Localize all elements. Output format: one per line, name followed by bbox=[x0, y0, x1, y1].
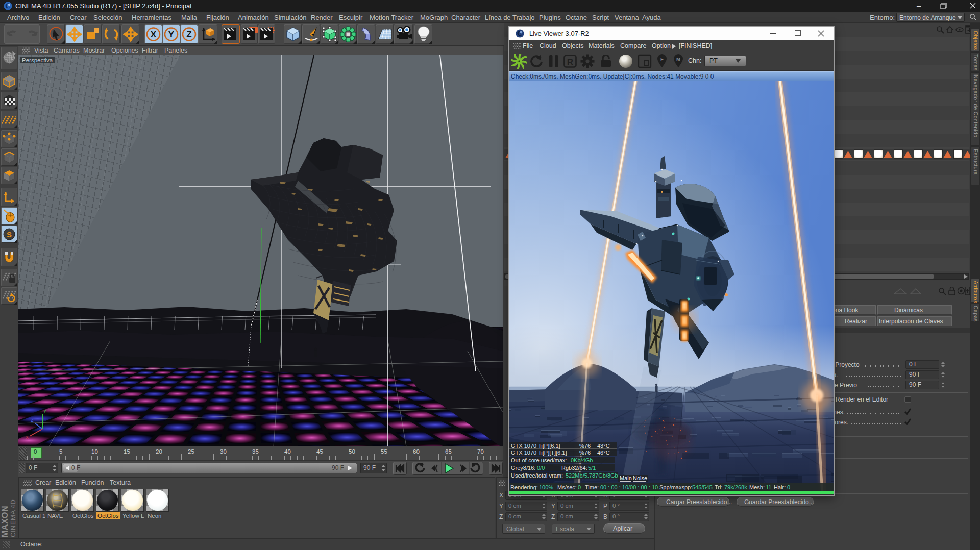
svg-text:Y: Y bbox=[43, 409, 46, 414]
svg-text:S: S bbox=[7, 230, 12, 239]
svg-text:F: F bbox=[660, 56, 664, 62]
svg-text:M: M bbox=[676, 56, 680, 62]
svg-text:X: X bbox=[151, 30, 157, 39]
svg-text:Z: Z bbox=[31, 418, 34, 423]
svg-text:X: X bbox=[26, 435, 29, 440]
svg-text:R: R bbox=[567, 57, 573, 67]
svg-text:Z: Z bbox=[186, 30, 191, 39]
svg-text:Y: Y bbox=[168, 30, 175, 39]
